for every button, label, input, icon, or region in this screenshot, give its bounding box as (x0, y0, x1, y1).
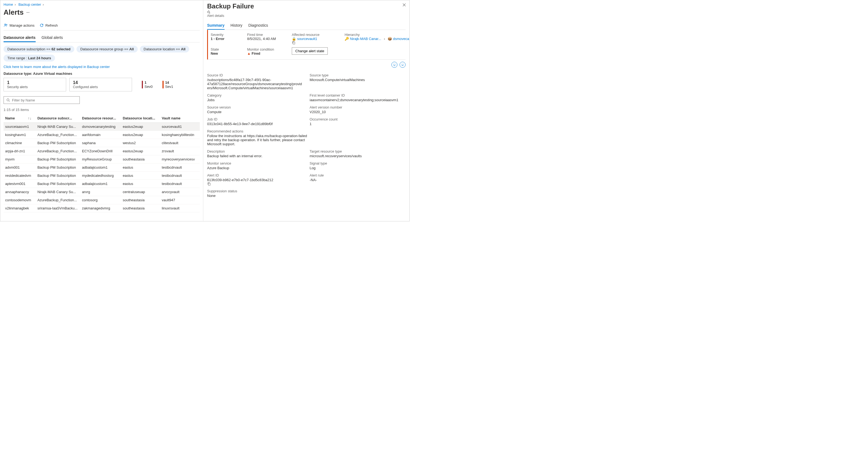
cell-sub: Backup PM Subscription (36, 155, 80, 164)
cell-name: restdedicatedvm (4, 172, 36, 180)
item-count: 1-15 of 15 items (4, 108, 200, 112)
alert-rule-value: -NA- (310, 178, 406, 182)
cell-sub: AzureBackup_Function... (36, 131, 80, 139)
cell-vault: clitestvault (160, 139, 200, 147)
cell-loc: eastus2euap (121, 123, 160, 131)
manage-actions-button[interactable]: Manage actions (4, 23, 35, 28)
datasource-type: Datasource type: Azure Virtual machines (4, 71, 200, 76)
cell-sub: AzureBackup_Function... (36, 196, 80, 204)
filter-subscription[interactable]: Datasource subscription == 62 selected (4, 46, 74, 53)
hierarchy-rg-link[interactable]: dsmovecanaryte... (393, 37, 409, 41)
configured-alerts-card[interactable]: 14 Configured alerts (69, 78, 132, 91)
hierarchy-sub-link[interactable]: Nirajk-MAB Canar... (350, 37, 381, 41)
alert-type-tabs: Datasource alerts Global alerts (4, 34, 200, 42)
table-row[interactable]: v2linmanagbeksriramsa-IaaSVmBacku...zakm… (4, 204, 200, 212)
sev0-bar-icon (142, 81, 143, 89)
copy-icon[interactable] (207, 182, 303, 186)
filter-resource-group[interactable]: Datasource resource group == All (76, 46, 138, 53)
sev1-stat: 14Sev1 (162, 80, 174, 89)
cell-sub: AzureBackup_Function... (36, 147, 80, 155)
cell-loc: southeastasia (121, 204, 160, 212)
cell-vault: zrsvault (160, 147, 200, 155)
learn-more-link[interactable]: Click here to learn more about the alert… (4, 65, 200, 69)
table-row[interactable]: aptestvm001Backup PM Subscriptionadbalaj… (4, 180, 200, 188)
cell-sub: Nirajk-MAB Canary Su... (36, 188, 80, 196)
pin-icon[interactable] (207, 10, 256, 14)
tab-datasource-alerts[interactable]: Datasource alerts (4, 34, 36, 42)
cell-loc: centraluseuap (121, 188, 160, 196)
filter-time-range[interactable]: Time range : Last 24 hours (4, 55, 55, 62)
more-icon[interactable]: ··· (26, 10, 30, 15)
refresh-button[interactable]: Refresh (39, 23, 58, 28)
filter-name-box[interactable] (4, 96, 80, 104)
cell-rg: arvrg (80, 188, 121, 196)
occurrence-value: 1 (310, 122, 406, 126)
change-alert-state-button[interactable]: Change alert state (292, 47, 328, 55)
action-toolbar: Manage actions Refresh (4, 22, 200, 30)
vault-icon: 🔒 (292, 37, 296, 41)
alert-version-value: V2020_10 (310, 110, 406, 114)
cell-sub: Backup PM Subscription (36, 139, 80, 147)
table-row[interactable]: arvsaphanaccyNirajk-MAB Canary Su...arvr… (4, 188, 200, 196)
cell-rg: aarifdomain (80, 131, 121, 139)
close-icon[interactable] (402, 3, 406, 7)
panel-tab-summary[interactable]: Summary (207, 22, 224, 30)
table-row[interactable]: arpja-drl-zn1AzureBackup_Function...ECYZ… (4, 147, 200, 155)
panel-tab-diagnostics[interactable]: Diagnostics (248, 22, 268, 30)
panel-subtitle: Alert details (207, 14, 256, 18)
filter-location[interactable]: Datasource location == All (140, 46, 189, 53)
table-row[interactable]: kosinghavm1AzureBackup_Function...aarifd… (4, 131, 200, 139)
panel-tab-history[interactable]: History (230, 22, 243, 30)
security-alerts-card[interactable]: 1 Security alerts (4, 78, 66, 91)
cell-vault: vault947 (160, 196, 200, 204)
table-row[interactable]: climachineBackup PM Subscriptionsaphanaw… (4, 139, 200, 147)
recommended-value: Follow the instructions at https://aka.m… (207, 134, 308, 146)
svg-rect-3 (293, 42, 295, 44)
breadcrumb-backup-center[interactable]: Backup center (19, 2, 41, 6)
cell-vault: kosinghaecybilltestin (160, 131, 200, 139)
cell-sub: sriramsa-IaaSVmBacku... (36, 204, 80, 212)
table-row[interactable]: contosodemovmAzureBackup_Function...cont… (4, 196, 200, 204)
col-subscription[interactable]: Datasource subscr... (36, 114, 80, 123)
cell-vault: arvccyvault (160, 188, 200, 196)
sev0-stat: 1Sev0 (142, 80, 153, 89)
cell-name: arvsaphanaccy (4, 188, 36, 196)
svg-point-1 (6, 24, 7, 25)
cell-sub: Backup PM Subscription (36, 172, 80, 180)
key-icon: 🔑 (345, 37, 349, 41)
cell-name: advm001 (4, 164, 36, 172)
cell-rg: dsmovecanarytesting (80, 123, 121, 131)
col-resource-group[interactable]: Datasource resour... (80, 114, 121, 123)
table-row[interactable]: sourceiaasvm1Nirajk-MAB Canary Su...dsmo… (4, 123, 200, 131)
col-vault[interactable]: Vault name (160, 114, 200, 123)
cell-loc: southeastasia (121, 196, 160, 204)
feedback-sad-icon[interactable] (400, 62, 406, 68)
source-version-value: Compute (207, 110, 303, 114)
tab-global-alerts[interactable]: Global alerts (42, 34, 63, 42)
cell-name: contosodemovm (4, 196, 36, 204)
filter-name-input[interactable] (12, 98, 77, 102)
cell-rg: myResourceGroup (80, 155, 121, 164)
col-name[interactable]: Name↑↓ (4, 114, 36, 123)
copy-icon[interactable] (292, 41, 341, 44)
sort-icon[interactable]: ↑↓ (28, 116, 31, 120)
affected-resource-link[interactable]: sourcevault1 (297, 37, 317, 41)
panel-title: Backup Failure (207, 2, 256, 14)
breadcrumb-home[interactable]: Home (4, 2, 13, 6)
cell-name: kosinghavm1 (4, 131, 36, 139)
cell-loc: eastus2euap (121, 131, 160, 139)
table-row[interactable]: advm001Backup PM Subscriptionadbalajicus… (4, 164, 200, 172)
svg-point-0 (5, 24, 6, 25)
job-id-value: 0313c041-8b55-4e13-9ee7-de191d89bf0f (207, 122, 303, 126)
alerts-table: Name↑↓ Datasource subscr... Datasource r… (4, 114, 200, 212)
table-row[interactable]: restdedicatedvmBackup PM Subscriptionmyd… (4, 172, 200, 180)
cell-vault: testbcdrvault (160, 164, 200, 172)
table-row[interactable]: myvmBackup PM SubscriptionmyResourceGrou… (4, 155, 200, 164)
cell-rg: adbalajicustom1 (80, 180, 121, 188)
col-location[interactable]: Datasource locati... (121, 114, 160, 123)
flc-value: iaasvmcontainerv2;dsmovecanarytesting;so… (310, 98, 406, 102)
cell-loc: eastus2euap (121, 147, 160, 155)
cell-loc: westus2 (121, 139, 160, 147)
summary-grid: Severity1 - Error Fired time8/5/2021, 4:… (207, 30, 406, 60)
feedback-happy-icon[interactable] (392, 62, 397, 68)
